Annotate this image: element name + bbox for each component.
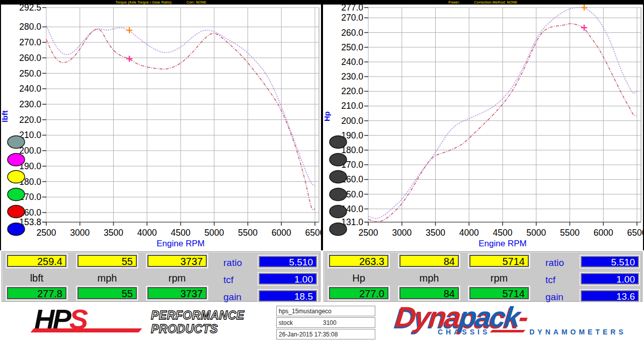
- legend-color-dot[interactable]: [8, 223, 25, 236]
- hps-tagline-line1: PERFORMANCE: [151, 309, 245, 322]
- y-tick-label: 292.5: [19, 5, 41, 13]
- unit-label-lbft: lbft: [7, 272, 66, 284]
- run-config-value: 3100: [323, 318, 337, 328]
- torque-readout-panel: 259.4 55 3737 lbft mph rpm 277.8 55 3737…: [2, 251, 320, 302]
- dynapack-text-pack: pack: [458, 301, 521, 333]
- gain-label: gain: [223, 292, 242, 303]
- speed-cursor-value: 55: [77, 255, 137, 267]
- power-readout-panel: 263.3 84 5714 Hp mph rpm 277.0 84 5714 r…: [324, 251, 642, 302]
- footer: HPS PERFORMANCE PRODUCTS hps_15mustangec…: [0, 303, 644, 342]
- rpm-peak-value: 5714: [469, 287, 529, 299]
- power-chart-panel: Power:Correction Method: NONE 277.0270.0…: [323, 0, 643, 250]
- hps-logo: HPS: [34, 306, 86, 333]
- y-tick-label: 200.0: [19, 146, 41, 156]
- charts-row: Torque (Axle Torque / Gear Ratio):Corr: …: [0, 0, 644, 250]
- legend-color-dot[interactable]: [330, 136, 347, 149]
- ratio-label: ratio: [223, 257, 242, 268]
- legend-color-dot[interactable]: [330, 206, 347, 218]
- y-axis-title: lbft: [1, 110, 9, 122]
- x-tick-label: 6500: [627, 228, 643, 238]
- power-cursor-value: 263.3: [329, 255, 388, 267]
- readout-row: 259.4 55 3737 lbft mph rpm 277.8 55 3737…: [0, 250, 644, 303]
- gain-label: gain: [545, 292, 564, 303]
- tcf-label: tcf: [545, 275, 555, 286]
- power-peak-value: 277.0: [329, 287, 388, 299]
- run-name: hps_15mustangeco: [276, 306, 375, 316]
- Hp-plot: 277.0270.0260.0250.0240.0230.0220.0210.0…: [323, 5, 643, 250]
- unit-label-mph: mph: [399, 272, 459, 284]
- rpm-cursor-value: 5714: [469, 255, 529, 267]
- hps-swoosh-shape: [31, 328, 142, 332]
- unit-label-mph: mph: [77, 272, 137, 284]
- x-axis-title: Engine RPM: [478, 239, 526, 248]
- power-title: Power:: [448, 1, 460, 4]
- speed-peak-value: 55: [77, 287, 137, 299]
- torque-chart-panel: Torque (Axle Torque / Gear Ratio):Corr: …: [1, 0, 321, 250]
- dynapack-text-dyna: Dyna: [394, 301, 461, 333]
- legend-color-dot[interactable]: [8, 188, 25, 201]
- gain-value-box: 13.6: [581, 290, 639, 302]
- dynapack-wordmark: Dynapack-: [394, 303, 628, 331]
- ratio-value-box: 5.510: [581, 256, 639, 267]
- run-config-label: stock: [279, 319, 293, 326]
- tcf-value-box: 1.00: [581, 273, 639, 285]
- hps-tagline: PERFORMANCE PRODUCTS: [151, 309, 245, 336]
- torque-cursor-value: 259.4: [7, 255, 66, 267]
- y-tick-label: 240.0: [341, 57, 363, 67]
- y-tick-label: 230.0: [19, 99, 41, 109]
- y-tick-label: 260.0: [19, 53, 41, 63]
- gain-value-box: 18.5: [259, 290, 317, 302]
- legend-color-dot[interactable]: [8, 206, 25, 218]
- lbft-plot: 292.5280.0270.0260.0250.0240.0230.0220.0…: [1, 5, 321, 250]
- rpm-cursor-value: 3737: [147, 255, 207, 267]
- torque-title-bar: Torque (Axle Torque / Gear Ratio):Corr: …: [1, 0, 321, 5]
- tcf-value-box: 1.00: [259, 273, 317, 285]
- torque-chart: 292.5280.0270.0260.0250.0240.0230.0220.0…: [1, 5, 321, 250]
- x-tick-label: 6000: [272, 228, 291, 238]
- legend-color-dot[interactable]: [330, 154, 347, 166]
- y-tick-label: 240.0: [19, 84, 41, 94]
- legend-color-dot[interactable]: [8, 171, 25, 183]
- x-tick-label: 2500: [359, 228, 378, 238]
- ratio-label: ratio: [545, 257, 564, 268]
- y-tick-label: 280.0: [19, 22, 41, 32]
- torque-peak-value: 277.8: [7, 287, 66, 299]
- speed-peak-value: 84: [399, 287, 459, 299]
- x-tick-label: 5000: [204, 228, 224, 238]
- legend-color-dot[interactable]: [8, 136, 25, 149]
- y-tick-label: 210.0: [341, 101, 363, 111]
- legend-color-dot[interactable]: [330, 188, 347, 201]
- y-tick-label: 277.0: [341, 5, 363, 13]
- legend-color-dot[interactable]: [330, 171, 347, 183]
- y-tick-label: 270.0: [341, 13, 363, 23]
- unit-label-hp: Hp: [329, 272, 388, 284]
- rpm-peak-value: 3737: [147, 287, 207, 299]
- x-tick-label: 3500: [104, 228, 123, 238]
- x-tick-label: 6500: [305, 228, 321, 238]
- tcf-label: tcf: [223, 275, 233, 286]
- unit-label-rpm: rpm: [147, 272, 207, 284]
- power-chart: 277.0270.0260.0250.0240.0230.0220.0210.0…: [323, 5, 643, 250]
- speed-cursor-value: 84: [399, 255, 459, 267]
- x-tick-label: 5500: [560, 228, 580, 238]
- x-tick-label: 5500: [238, 228, 258, 238]
- legend-color-dot[interactable]: [8, 154, 25, 166]
- y-tick-label: 220.0: [19, 115, 41, 125]
- dyno-app-window: Torque (Axle Torque / Gear Ratio):Corr: …: [0, 0, 644, 342]
- y-tick-label: 250.0: [19, 69, 41, 79]
- torque-corr-label: Corr: NONE: [187, 1, 207, 4]
- x-tick-label: 6000: [594, 228, 613, 238]
- y-tick-label: 200.0: [341, 116, 363, 126]
- dynapack-swoosh-shape: [490, 330, 526, 332]
- power-corr-label: Correction Method: NONE: [474, 1, 517, 4]
- y-tick-label: 230.0: [341, 72, 363, 82]
- y-tick-label: 220.0: [341, 86, 363, 96]
- y-tick-label: 260.0: [341, 28, 363, 38]
- x-tick-label: 4000: [459, 228, 479, 238]
- hps-tagline-line2: PRODUCTS: [151, 322, 245, 336]
- x-tick-label: 3000: [70, 228, 90, 238]
- y-axis-title: Hp: [323, 111, 331, 121]
- legend-color-dot[interactable]: [330, 223, 347, 236]
- x-tick-label: 5000: [526, 228, 546, 238]
- y-tick-label: 270.0: [19, 37, 41, 47]
